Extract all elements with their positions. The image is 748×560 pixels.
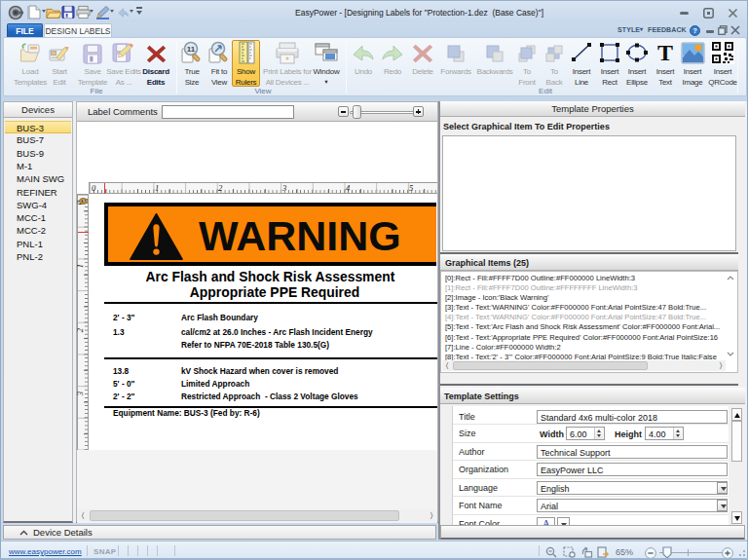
svg-text:11: 11 — [187, 45, 196, 54]
svg-text:T: T — [657, 41, 673, 64]
